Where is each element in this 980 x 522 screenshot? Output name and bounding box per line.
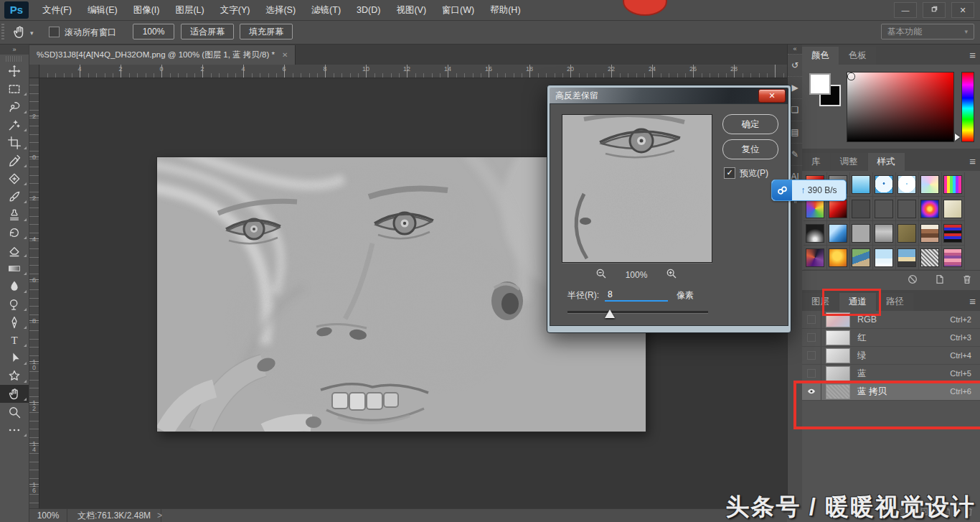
network-speed-widget[interactable]: ↑ 390 B/s [771,180,847,201]
edit-toolbar-tool[interactable] [0,421,29,439]
menu-help[interactable]: 帮助(H) [482,4,528,17]
toolbar-grip[interactable] [6,56,23,62]
style-swatch[interactable] [920,175,939,194]
style-swatch[interactable] [897,248,916,267]
foreground-color-swatch[interactable] [809,73,831,95]
status-zoom-level[interactable]: 100% [29,509,67,522]
panel-menu-icon[interactable]: ≡ [969,49,976,61]
style-swatch[interactable] [943,224,962,243]
style-swatch[interactable] [852,175,870,194]
style-swatch[interactable] [943,175,962,194]
clone-stamp-tool[interactable] [0,205,29,223]
rectangular-marquee-tool[interactable] [0,80,29,98]
status-chevron-icon[interactable]: > [157,509,169,522]
channel-row[interactable]: 绿Ctrl+4 [802,347,980,365]
fit-screen-button[interactable]: 适合屏幕 [181,24,234,39]
workspace-selector[interactable]: 基本功能 ▾ [881,24,974,39]
crop-tool[interactable] [0,134,29,152]
menu-3d[interactable]: 3D(D) [349,5,388,15]
style-swatch[interactable] [875,200,893,218]
panel-menu-icon[interactable]: ≡ [969,295,976,307]
blur-tool[interactable] [0,277,29,295]
menu-file[interactable]: 文件(F) [34,4,80,17]
menu-view[interactable]: 视图(V) [388,4,434,17]
ok-button[interactable]: 确定 [722,114,778,134]
menu-edit[interactable]: 编辑(E) [80,4,126,17]
menu-filter[interactable]: 滤镜(T) [303,4,349,17]
move-tool[interactable] [0,62,29,80]
style-swatch[interactable] [920,200,939,218]
tab-styles[interactable]: 样式 [868,153,905,171]
history-brush-tool[interactable] [0,223,29,241]
menu-select[interactable]: 选择(S) [258,4,303,17]
document-tab[interactable]: %SD}31J8[4{A[N4Q_DH32OM.png @ 100% (图层 1… [29,45,296,65]
zoom-out-icon[interactable] [595,268,607,281]
style-swatch[interactable] [875,248,893,267]
brush-tool[interactable] [0,187,29,205]
clear-style-icon[interactable] [907,274,918,287]
reset-button[interactable]: 复位 [722,139,778,159]
color-field-cursor[interactable] [848,73,854,80]
toolbar-collapse-button[interactable]: » [0,45,29,55]
style-swatch[interactable] [806,248,824,267]
style-swatch[interactable] [897,200,916,218]
hand-tool[interactable] [0,385,29,403]
radius-input[interactable]: 8 [605,289,668,302]
style-swatch[interactable] [875,224,893,243]
visibility-toggle[interactable] [802,365,821,382]
filter-preview[interactable] [562,114,712,263]
style-swatch[interactable] [852,224,870,243]
restore-button[interactable] [923,2,946,18]
spot-healing-tool[interactable] [0,169,29,187]
radius-slider-thumb[interactable] [605,309,615,318]
close-icon[interactable]: ✕ [282,51,288,59]
tab-libraries[interactable]: 库 [802,153,830,171]
eyedropper-tool[interactable] [0,152,29,169]
fill-screen-button[interactable]: 填充屏幕 [240,24,293,39]
new-style-icon[interactable] [934,274,946,287]
dodge-tool[interactable] [0,295,29,313]
style-swatch[interactable] [897,224,916,243]
menu-image[interactable]: 图像(I) [126,4,168,17]
zoom-tool[interactable] [0,403,29,421]
visibility-toggle[interactable] [802,311,821,328]
zoom-in-icon[interactable] [666,268,677,281]
tab-paths[interactable]: 路径 [877,293,913,311]
visibility-toggle[interactable] [802,329,821,346]
custom-shape-tool[interactable] [0,367,29,385]
style-swatch[interactable] [852,200,870,218]
style-swatch[interactable] [943,248,962,267]
history-panel-icon[interactable]: ↺ [788,54,802,76]
style-swatch[interactable] [897,175,916,194]
hue-slider-marker[interactable] [955,134,960,141]
channel-row[interactable]: 红Ctrl+3 [802,329,980,347]
path-selection-tool[interactable] [0,349,29,367]
chevron-down-icon[interactable]: ▾ [30,29,34,37]
style-swatch[interactable] [920,224,939,243]
style-swatch[interactable] [829,224,847,243]
gradient-tool[interactable] [0,259,29,277]
delete-style-icon[interactable] [961,274,973,287]
dialog-title-bar[interactable]: 高反差保留 ✕ [550,88,788,103]
dialog-close-button[interactable]: ✕ [758,89,786,103]
scroll-all-windows-checkbox[interactable] [49,27,60,37]
minimize-button[interactable]: — [894,2,917,18]
tab-swatches[interactable]: 色板 [839,47,876,65]
expand-panels-button[interactable]: « [788,45,802,54]
style-swatch[interactable] [806,224,824,243]
lasso-tool[interactable] [0,98,29,116]
style-swatch[interactable] [829,200,847,218]
radius-slider[interactable] [567,311,708,313]
menu-window[interactable]: 窗口(W) [434,4,482,17]
preview-checkbox[interactable]: ✓ [724,167,735,179]
color-field[interactable] [847,72,954,142]
style-swatch[interactable] [920,248,939,267]
close-button[interactable]: ✕ [951,2,974,18]
style-swatch[interactable] [829,248,847,267]
type-tool[interactable]: T [0,331,29,349]
style-swatch[interactable] [943,200,962,218]
menu-layer[interactable]: 图层(L) [167,4,212,17]
tab-adjustments[interactable]: 调整 [831,153,867,171]
hue-slider[interactable] [961,72,974,142]
quick-selection-tool[interactable] [0,116,29,134]
